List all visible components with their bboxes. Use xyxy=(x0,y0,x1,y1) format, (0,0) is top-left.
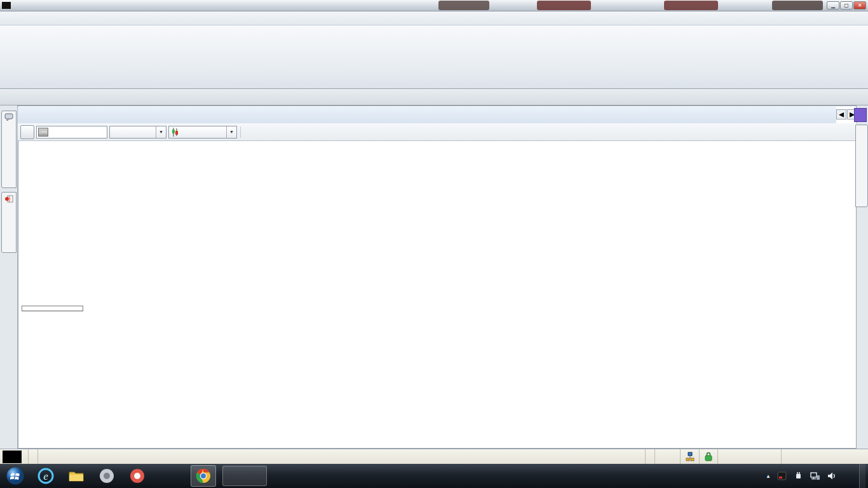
cfd-badge[interactable] xyxy=(854,108,867,122)
status-empty-cell xyxy=(655,449,681,464)
instrument-tab-strip xyxy=(0,89,868,105)
background-window xyxy=(537,1,591,10)
close-button[interactable]: ✕ xyxy=(853,1,866,10)
power-plug-icon[interactable] xyxy=(794,471,803,480)
network-status-icon[interactable] xyxy=(681,449,700,464)
media-player-icon[interactable] xyxy=(94,465,119,487)
folder-icon[interactable] xyxy=(64,465,89,487)
show-desktop-button[interactable] xyxy=(859,464,865,488)
minimize-button[interactable]: ▁ xyxy=(827,1,839,10)
price-chart[interactable] xyxy=(18,141,857,449)
speaker-icon[interactable] xyxy=(827,471,836,480)
chat-bubble-icon xyxy=(4,113,13,121)
live-status xyxy=(718,449,782,464)
chart-tab-strip xyxy=(18,107,836,123)
legal-notice-link[interactable] xyxy=(645,449,655,464)
scroll-left-icon[interactable]: ◂ xyxy=(836,109,846,119)
candle-icon xyxy=(172,128,178,137)
svg-text:e: e xyxy=(43,470,48,482)
period-select[interactable]: ▼ xyxy=(109,126,166,139)
app-logo-icon xyxy=(2,2,11,9)
title-bar: ▁ ▢ ✕ xyxy=(0,0,868,11)
sidebar-tab-trade-cfds[interactable] xyxy=(855,125,868,207)
symbol-input[interactable] xyxy=(50,128,104,137)
chart-toolbar: CFD ▼ ▼ xyxy=(18,123,857,141)
secure-lock-icon[interactable] xyxy=(700,449,718,464)
taskbar-app-best[interactable] xyxy=(222,466,267,486)
tooltip-date xyxy=(22,306,83,311)
cfd-icon: CFD xyxy=(38,128,48,137)
ohlc-tooltip xyxy=(22,306,83,311)
tray-expand-icon[interactable]: ▲ xyxy=(766,473,771,479)
symbol-input-box: CFD xyxy=(36,126,107,139)
status-bar xyxy=(0,449,868,464)
connection-message xyxy=(28,449,38,464)
maximize-button[interactable]: ▢ xyxy=(840,1,853,10)
system-tray: ▲ xyxy=(759,464,868,488)
background-window xyxy=(772,1,823,10)
start-button[interactable] xyxy=(3,465,28,487)
sidebar-tab-conversation[interactable] xyxy=(1,111,17,188)
chevron-down-icon: ▼ xyxy=(156,126,163,138)
left-rail xyxy=(0,105,18,449)
background-window xyxy=(438,1,489,10)
chart-style-select[interactable]: ▼ xyxy=(168,126,237,139)
windows-taskbar: e ▲ xyxy=(0,464,868,488)
chevron-down-icon: ▼ xyxy=(226,126,234,138)
browser-icon[interactable] xyxy=(125,465,150,487)
ribbon-tab-bar xyxy=(0,11,868,25)
chrome-icon[interactable] xyxy=(191,465,216,487)
sidebar-tab-news[interactable] xyxy=(1,192,17,253)
news-alert-icon xyxy=(4,194,13,203)
language-selector[interactable] xyxy=(782,449,868,464)
ribbon xyxy=(0,25,868,89)
saxo-bank-logo xyxy=(3,451,22,463)
collapse-toolbar-button[interactable] xyxy=(20,125,34,139)
internet-explorer-icon[interactable]: e xyxy=(33,465,58,487)
tray-app-icon[interactable] xyxy=(777,471,787,480)
network-icon[interactable] xyxy=(810,471,820,480)
background-window xyxy=(664,1,718,10)
